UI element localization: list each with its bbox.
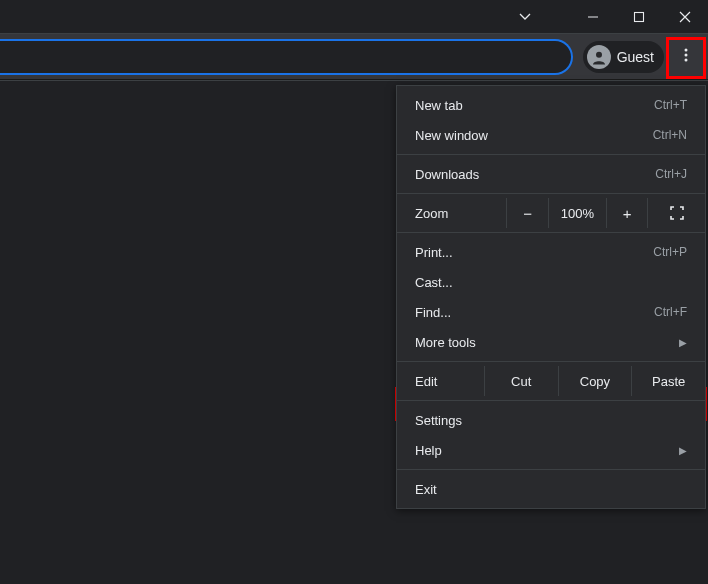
menu-label: New window	[415, 128, 488, 143]
menu-item-find[interactable]: Find... Ctrl+F	[397, 297, 705, 327]
menu-item-cast[interactable]: Cast...	[397, 267, 705, 297]
menu-item-downloads[interactable]: Downloads Ctrl+J	[397, 159, 705, 189]
profile-label: Guest	[617, 49, 654, 65]
copy-button[interactable]: Copy	[558, 366, 632, 396]
menu-label: Settings	[415, 413, 462, 428]
menu-separator	[397, 400, 705, 401]
vertical-dots-icon	[678, 47, 694, 67]
menu-label: Exit	[415, 482, 437, 497]
zoom-in-button[interactable]: +	[606, 198, 648, 228]
menu-item-help[interactable]: Help ▶	[397, 435, 705, 465]
window-minimize-button[interactable]	[570, 0, 616, 34]
cut-button[interactable]: Cut	[484, 366, 558, 396]
fullscreen-icon	[670, 206, 684, 220]
menu-item-exit[interactable]: Exit	[397, 474, 705, 504]
zoom-label: Zoom	[397, 198, 506, 228]
window-titlebar	[0, 0, 708, 34]
menu-label: Help	[415, 443, 442, 458]
menu-label: Print...	[415, 245, 453, 260]
menu-label: New tab	[415, 98, 463, 113]
menu-item-new-window[interactable]: New window Ctrl+N	[397, 120, 705, 150]
menu-shortcut: Ctrl+J	[655, 167, 687, 181]
menu-separator	[397, 469, 705, 470]
menu-item-edit-row: Edit Cut Copy Paste	[397, 366, 705, 396]
menu-shortcut: Ctrl+T	[654, 98, 687, 112]
menu-item-zoom: Zoom − 100% +	[397, 198, 705, 228]
svg-point-5	[685, 53, 688, 56]
menu-shortcut: Ctrl+P	[653, 245, 687, 259]
menu-item-settings[interactable]: Settings	[397, 405, 705, 435]
chevron-right-icon: ▶	[679, 337, 687, 348]
fullscreen-button[interactable]	[647, 198, 705, 228]
menu-separator	[397, 361, 705, 362]
window-maximize-button[interactable]	[616, 0, 662, 34]
zoom-value: 100%	[548, 198, 606, 228]
svg-rect-1	[635, 12, 644, 21]
menu-label: More tools	[415, 335, 476, 350]
menu-label: Cast...	[415, 275, 453, 290]
tabs-dropdown-icon[interactable]	[510, 0, 540, 34]
zoom-out-button[interactable]: −	[506, 198, 548, 228]
menu-separator	[397, 232, 705, 233]
svg-point-3	[596, 51, 602, 57]
avatar-icon	[587, 45, 611, 69]
app-menu-button[interactable]	[670, 41, 702, 73]
menu-label: Find...	[415, 305, 451, 320]
profile-button[interactable]: Guest	[583, 41, 664, 73]
edit-label: Edit	[397, 366, 484, 396]
menu-separator	[397, 154, 705, 155]
menu-item-new-tab[interactable]: New tab Ctrl+T	[397, 90, 705, 120]
chevron-right-icon: ▶	[679, 445, 687, 456]
menu-item-print[interactable]: Print... Ctrl+P	[397, 237, 705, 267]
browser-toolbar: Guest	[0, 34, 708, 80]
menu-item-more-tools[interactable]: More tools ▶	[397, 327, 705, 357]
svg-point-4	[685, 48, 688, 51]
menu-shortcut: Ctrl+N	[653, 128, 687, 142]
app-menu: New tab Ctrl+T New window Ctrl+N Downloa…	[396, 85, 706, 509]
window-close-button[interactable]	[662, 0, 708, 34]
menu-label: Downloads	[415, 167, 479, 182]
svg-point-6	[685, 58, 688, 61]
menu-separator	[397, 193, 705, 194]
menu-shortcut: Ctrl+F	[654, 305, 687, 319]
address-bar[interactable]	[0, 39, 573, 75]
paste-button[interactable]: Paste	[631, 366, 705, 396]
